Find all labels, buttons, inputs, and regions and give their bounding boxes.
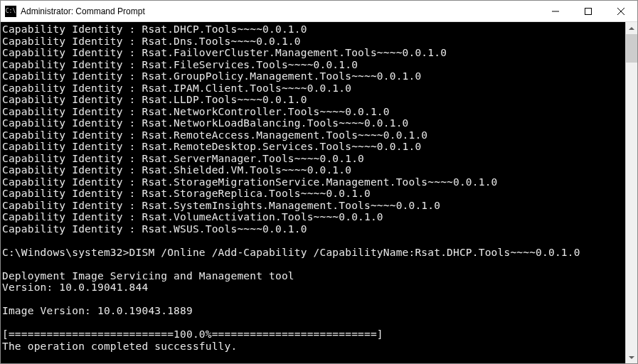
scrollbar-up-button[interactable] [626, 22, 637, 34]
maximize-button[interactable] [572, 1, 605, 22]
vertical-scrollbar[interactable] [625, 22, 637, 363]
titlebar[interactable]: C:\ Administrator: Command Prompt [1, 1, 637, 22]
svg-marker-5 [629, 356, 634, 359]
window-title: Administrator: Command Prompt [21, 6, 539, 16]
scrollbar-track[interactable] [626, 34, 637, 351]
minimize-button[interactable] [539, 1, 572, 22]
scrollbar-down-button[interactable] [626, 351, 637, 363]
console-area: Capability Identity : Rsat.DHCP.Tools~~~… [1, 22, 637, 363]
window-controls [539, 1, 637, 22]
close-button[interactable] [605, 1, 637, 22]
command-prompt-window: C:\ Administrator: Command Prompt Capabi… [0, 0, 638, 364]
scrollbar-thumb[interactable] [626, 34, 637, 63]
svg-marker-4 [629, 27, 634, 30]
cmd-icon: C:\ [5, 6, 16, 17]
console-output[interactable]: Capability Identity : Rsat.DHCP.Tools~~~… [1, 22, 625, 363]
svg-rect-1 [585, 8, 592, 14]
